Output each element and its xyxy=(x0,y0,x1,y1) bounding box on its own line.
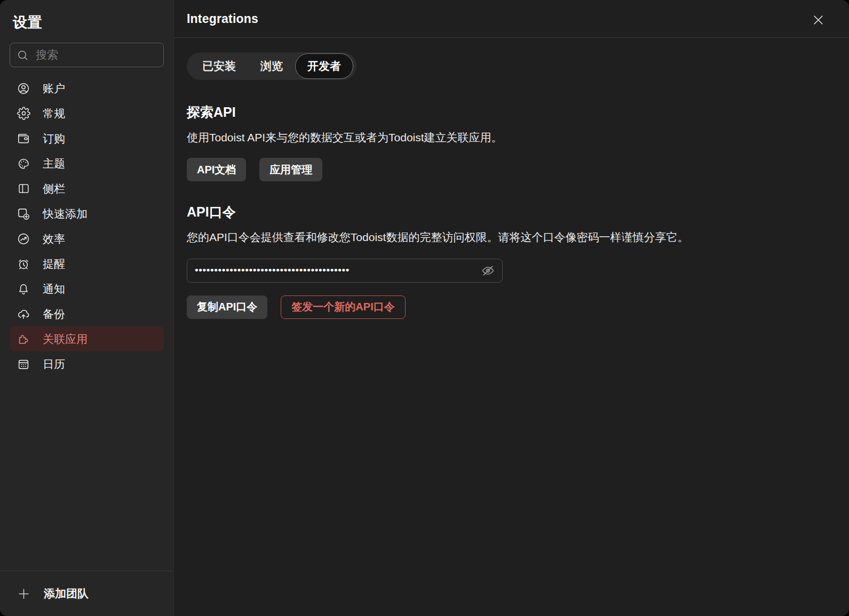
sidebar-item-label: 通知 xyxy=(43,282,65,297)
sidebar-item-quick-add[interactable]: 快速添加 xyxy=(10,201,164,226)
explore-api-buttons: API文档 应用管理 xyxy=(187,158,836,181)
sidebar-item-label: 快速添加 xyxy=(43,206,88,221)
integrations-panel: Integrations 已安装 浏览 开发者 探索API 使用Todoist … xyxy=(174,0,849,616)
sidebar-item-integrations[interactable]: 关联应用 xyxy=(10,326,164,351)
sidebar-item-label: 效率 xyxy=(43,231,65,246)
sidebar-item-subscription[interactable]: 订购 xyxy=(10,126,164,151)
close-icon[interactable] xyxy=(810,11,827,28)
sidebar-item-label: 常规 xyxy=(43,106,65,121)
tab-developer[interactable]: 开发者 xyxy=(295,53,353,79)
sidebar-layout-icon xyxy=(17,182,30,196)
sidebar-item-label: 提醒 xyxy=(43,257,65,271)
api-token-buttons: 复制API口令 签发一个新的API口令 xyxy=(187,295,836,319)
sidebar-item-label: 订购 xyxy=(43,131,65,146)
settings-dialog: 设置 账户 常规 订购 主题 侧栏 xyxy=(0,0,849,616)
integrations-tabs: 已安装 浏览 开发者 xyxy=(187,52,356,80)
sidebar-item-productivity[interactable]: 效率 xyxy=(10,226,164,251)
alarm-icon xyxy=(17,257,30,271)
sidebar-item-label: 账户 xyxy=(43,81,65,96)
explore-api-heading: 探索API xyxy=(187,103,836,121)
calendar-icon xyxy=(17,357,30,371)
panel-title: Integrations xyxy=(187,12,258,26)
user-icon xyxy=(17,82,30,95)
add-team-button[interactable]: 添加团队 xyxy=(0,571,173,616)
sidebar-item-notifications[interactable]: 通知 xyxy=(10,276,164,301)
copy-api-token-button[interactable]: 复制API口令 xyxy=(187,295,267,319)
settings-sidebar: 设置 账户 常规 订购 主题 侧栏 xyxy=(0,0,174,616)
wallet-icon xyxy=(17,132,30,146)
palette-icon xyxy=(17,157,30,171)
sidebar-item-account[interactable]: 账户 xyxy=(10,76,164,101)
puzzle-icon xyxy=(17,332,30,346)
sidebar-item-theme[interactable]: 主题 xyxy=(10,151,164,176)
sidebar-item-label: 关联应用 xyxy=(43,332,88,347)
sidebar-item-backups[interactable]: 备份 xyxy=(10,301,164,326)
tab-browse[interactable]: 浏览 xyxy=(248,52,295,80)
sidebar-item-label: 日历 xyxy=(43,357,65,372)
plus-icon xyxy=(17,587,31,601)
panel-content: 已安装 浏览 开发者 探索API 使用Todoist API来与您的数据交互或者… xyxy=(174,38,849,333)
api-docs-button[interactable]: API文档 xyxy=(187,158,246,181)
add-team-label: 添加团队 xyxy=(44,586,89,601)
sidebar-item-label: 备份 xyxy=(43,307,65,322)
sidebar-nav: 账户 常规 订购 主题 侧栏 快速添加 xyxy=(0,75,173,571)
sidebar-item-reminders[interactable]: 提醒 xyxy=(10,251,164,276)
quick-add-icon xyxy=(17,207,30,221)
app-management-button[interactable]: 应用管理 xyxy=(259,158,322,181)
productivity-icon xyxy=(17,232,30,246)
eye-off-icon[interactable] xyxy=(481,263,495,278)
api-token-heading: API口令 xyxy=(187,203,836,221)
gear-icon xyxy=(17,107,30,121)
sidebar-item-label: 主题 xyxy=(43,156,65,171)
sidebar-item-calendar[interactable]: 日历 xyxy=(10,351,164,377)
issue-new-api-token-button[interactable]: 签发一个新的API口令 xyxy=(281,295,405,319)
explore-api-description: 使用Todoist API来与您的数据交互或者为Todoist建立关联应用。 xyxy=(187,130,836,145)
panel-header: Integrations xyxy=(174,0,849,38)
cloud-upload-icon xyxy=(17,307,30,321)
tab-installed[interactable]: 已安装 xyxy=(190,52,248,80)
sidebar-title: 设置 xyxy=(0,0,173,32)
bell-icon xyxy=(17,282,30,296)
search-box[interactable] xyxy=(10,43,164,67)
sidebar-item-label: 侧栏 xyxy=(43,181,65,196)
api-token-field[interactable] xyxy=(187,259,503,283)
sidebar-item-general[interactable]: 常规 xyxy=(10,101,164,126)
api-token-input[interactable] xyxy=(195,265,481,276)
api-token-description: 您的API口令会提供查看和修改您Todoist数据的完整访问权限。请将这个口令像… xyxy=(187,230,836,244)
search-icon xyxy=(17,49,29,61)
search-input[interactable] xyxy=(35,48,157,62)
sidebar-item-sidebar[interactable]: 侧栏 xyxy=(10,176,164,201)
